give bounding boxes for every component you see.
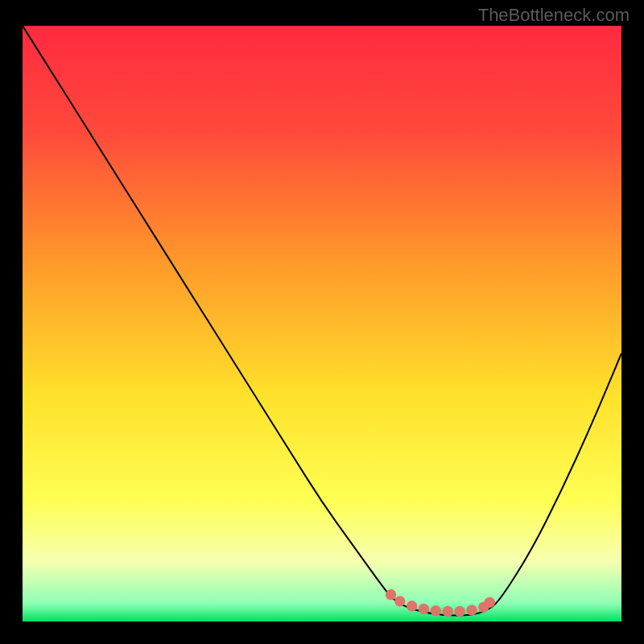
valley-marker — [431, 605, 441, 616]
valley-marker — [394, 596, 405, 606]
valley-marker — [485, 597, 495, 608]
attribution-text: TheBottleneck.com — [478, 5, 630, 26]
chart-container — [23, 26, 621, 621]
valley-marker — [443, 606, 453, 617]
valley-marker — [386, 589, 396, 600]
valley-marker — [466, 605, 477, 615]
valley-marker — [407, 601, 417, 611]
bottleneck-curve-line — [23, 26, 621, 616]
chart-plot — [23, 26, 621, 621]
valley-marker — [419, 604, 429, 614]
valley-marker — [454, 606, 464, 617]
